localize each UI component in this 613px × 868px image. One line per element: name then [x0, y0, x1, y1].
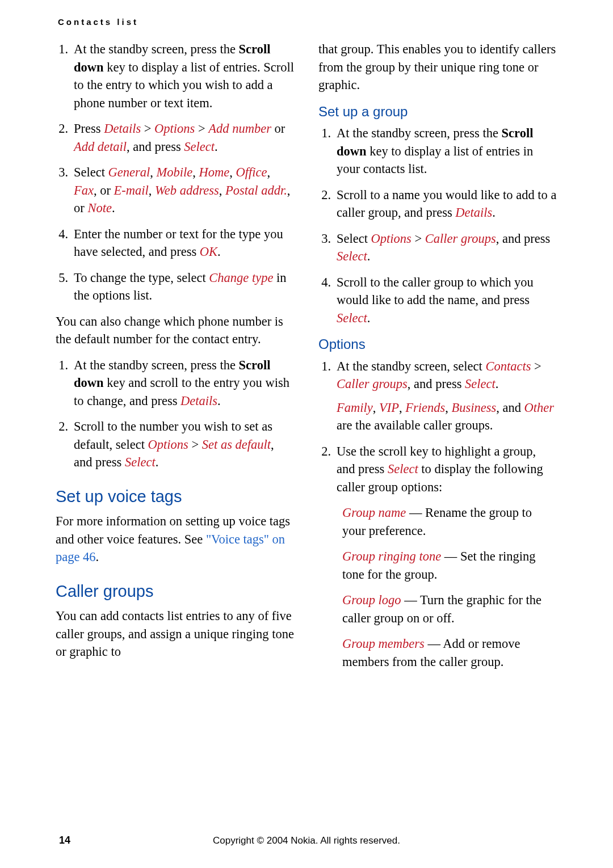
text: At the standby screen, press the — [337, 126, 502, 140]
list-number: 3. — [56, 163, 74, 217]
page-header: Contacts list — [56, 17, 557, 27]
list-number: 4. — [56, 225, 74, 261]
command-text: Web address — [155, 183, 219, 197]
command-text: Mobile — [157, 165, 193, 179]
content-columns: 1. At the standby screen, press the Scro… — [56, 40, 557, 679]
copyright-text: Copyright © 2004 Nokia. All rights reser… — [213, 835, 400, 846]
text: > — [188, 437, 202, 452]
command-text: VIP — [379, 401, 399, 415]
text: Enter the number or text for the type yo… — [74, 227, 283, 259]
text: , and press — [408, 377, 465, 391]
section-caller-groups: Caller groups — [56, 580, 295, 603]
command-text: Change type — [209, 271, 273, 285]
right-column: that group. This enables you to identify… — [318, 40, 557, 679]
text: , — [149, 183, 155, 197]
list-number: 1. — [318, 357, 337, 435]
text: , and — [496, 401, 524, 415]
text: > — [412, 231, 425, 246]
text: , and press — [496, 231, 551, 246]
paragraph: For more information on setting up voice… — [56, 512, 295, 566]
list-body: Enter the number or text for the type yo… — [74, 225, 295, 261]
text: . — [496, 377, 499, 391]
text: , — [150, 165, 156, 179]
text: are the available caller groups. — [337, 418, 493, 432]
command-text: Caller groups — [425, 231, 496, 246]
list-item: 1. At the standby screen, press the Scro… — [318, 124, 557, 178]
list-b: 1. At the standby screen, press the Scro… — [56, 356, 295, 471]
text: , and press — [127, 140, 184, 154]
list-body: To change the type, select Change type i… — [74, 269, 295, 305]
text: > — [195, 121, 208, 136]
command-text: Details — [104, 121, 141, 136]
command-text: Options — [371, 231, 412, 246]
text: At the standby screen, press the — [74, 358, 239, 372]
text: Select — [74, 165, 108, 179]
text: . — [492, 205, 496, 220]
list-body: Select Options > Caller groups, and pres… — [337, 230, 557, 266]
command-text: Fax — [74, 183, 94, 197]
list-body: At the standby screen, press the Scroll … — [74, 356, 295, 410]
command-text: Add detail — [74, 140, 127, 154]
command-text: Home — [199, 165, 230, 179]
page-footer: 14 Copyright © 2004 Nokia. All rights re… — [0, 835, 613, 846]
command-text: Options — [154, 121, 195, 136]
list-d: 1. At the standby screen, select Contact… — [318, 357, 557, 496]
list-a: 1. At the standby screen, press the Scro… — [56, 40, 295, 305]
text: key to display a list of entries. Scroll… — [74, 60, 294, 110]
list-body: Select General, Mobile, Home, Office, Fa… — [74, 163, 295, 217]
text: , — [229, 165, 236, 179]
text: , — [192, 165, 199, 179]
text: Select — [337, 231, 371, 246]
text: . — [112, 201, 115, 215]
text: key to display a list of entries in your… — [337, 144, 533, 176]
list-item: 2. Scroll to a name you would like to ad… — [318, 186, 557, 222]
command-text: Select — [184, 140, 215, 154]
list-body: At the standby screen, select Contacts >… — [337, 357, 557, 435]
command-text: Friends — [405, 401, 445, 415]
list-number: 5. — [56, 269, 74, 305]
text: > — [531, 359, 541, 373]
option-block: Group ringing tone — Set the ringing ton… — [318, 547, 557, 583]
command-text: Postal addr. — [225, 183, 287, 197]
text: Scroll to a name you would like to add t… — [337, 188, 556, 220]
option-block: Group members — Add or remove members fr… — [318, 635, 557, 671]
text: , — [373, 401, 379, 415]
command-text: Group members — [342, 637, 425, 651]
left-column: 1. At the standby screen, press the Scro… — [56, 40, 295, 679]
text: . — [156, 455, 159, 469]
list-item: 2. Press Details > Options > Add number … — [56, 120, 295, 155]
list-body: Press Details > Options > Add number or … — [74, 120, 295, 155]
text: , — [267, 165, 271, 179]
text: Press — [74, 121, 104, 136]
list-body: Use the scroll key to highlight a group,… — [337, 443, 557, 496]
list-number: 2. — [318, 186, 337, 222]
command-text: Group logo — [342, 593, 401, 607]
subsection-set-up-group: Set up a group — [318, 102, 557, 121]
text: or — [271, 121, 285, 136]
list-item: 1. At the standby screen, select Contact… — [318, 357, 557, 435]
command-text: Business — [451, 401, 496, 415]
text: , or — [94, 183, 114, 197]
list-number: 4. — [318, 273, 337, 327]
command-text: Contacts — [485, 359, 531, 373]
list-number: 1. — [318, 124, 337, 178]
command-text: Other — [524, 401, 555, 415]
text: . — [215, 140, 218, 154]
command-text: Set as default — [202, 437, 271, 452]
list-item: 1. At the standby screen, press the Scro… — [56, 356, 295, 410]
text: . — [217, 245, 221, 259]
command-text: Select — [125, 455, 156, 469]
list-c: 1. At the standby screen, press the Scro… — [318, 124, 557, 327]
list-number: 1. — [56, 40, 74, 112]
list-item: 5. To change the type, select Change typ… — [56, 269, 295, 305]
subsection-options: Options — [318, 335, 557, 354]
text: Scroll to the caller group to which you … — [337, 275, 534, 307]
list-body: Scroll to a name you would like to add t… — [337, 186, 557, 222]
command-text: Group name — [342, 505, 406, 520]
paragraph: You can also change which phone number i… — [56, 313, 295, 348]
list-number: 2. — [56, 418, 74, 471]
list-body: Scroll to the caller group to which you … — [337, 273, 557, 327]
paragraph: that group. This enables you to identify… — [318, 40, 557, 94]
command-text: Options — [148, 437, 188, 452]
text: , — [445, 401, 451, 415]
